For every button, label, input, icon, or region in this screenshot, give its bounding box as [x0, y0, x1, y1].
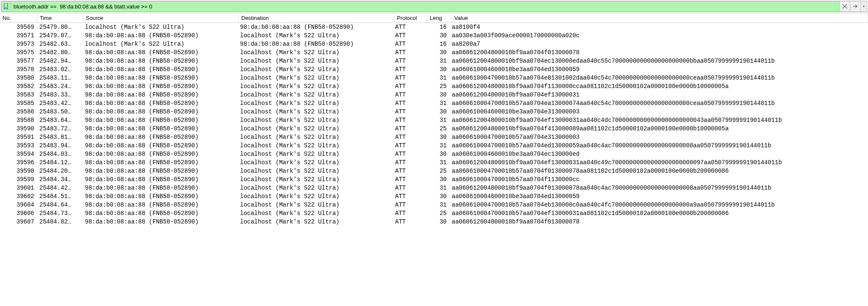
cell-destination: 98:da:b0:08:aa:88 (FNB58-052890) [237, 24, 393, 30]
cell-source: 98:da:b0:08:aa:88 (FNB58-052890) [82, 159, 237, 166]
packet-row[interactable]: 3960425484.64…98:da:b0:08:aa:88 (FNB58-0… [0, 201, 868, 209]
cell-length: 31 [425, 100, 449, 107]
packet-row[interactable]: 3958825483.64…98:da:b0:08:aa:88 (FNB58-0… [0, 116, 868, 124]
cell-value: aa060612004800010bf9aa0704f013000078 [449, 218, 868, 225]
filter-history-dropdown[interactable]: ▼ [860, 1, 867, 11]
col-header-source[interactable]: Source [83, 14, 239, 22]
packet-row[interactable]: 3958025483.11…98:da:b0:08:aa:88 (FNB58-0… [0, 74, 868, 82]
cell-value: aa060610004700010b57aa0704e313000003 [449, 134, 868, 141]
filter-apply-button[interactable] [850, 1, 860, 11]
packet-row[interactable]: 3957725482.94…98:da:b0:08:aa:88 (FNB58-0… [0, 57, 868, 65]
cell-source: 98:da:b0:08:aa:88 (FNB58-052890) [82, 201, 237, 208]
cell-no: 39602 [0, 193, 37, 200]
packet-row[interactable]: 3960625484.73…98:da:b0:08:aa:88 (FNB58-0… [0, 209, 868, 218]
packet-row[interactable]: 3956925479.80…localhost (Mark's S22 Ultr… [0, 23, 868, 31]
packet-row[interactable]: 3959325483.94…98:da:b0:08:aa:88 (FNB58-0… [0, 141, 868, 150]
cell-source: 98:da:b0:08:aa:88 (FNB58-052890) [82, 32, 237, 39]
cell-no: 39593 [0, 142, 37, 149]
packet-row[interactable]: 3960725484.82…98:da:b0:08:aa:88 (FNB58-0… [0, 218, 868, 226]
cell-length: 30 [425, 134, 449, 141]
cell-destination: localhost (Mark's S22 Ultra) [237, 100, 393, 107]
cell-source: 98:da:b0:08:aa:88 (FNB58-052890) [82, 176, 237, 183]
cell-length: 30 [425, 32, 449, 39]
cell-value: aa060610004700010b57aa0704e81301002daa04… [449, 74, 868, 81]
cell-source: localhost (Mark's S22 Ultra) [82, 41, 237, 47]
cell-destination: 98:da:b0:08:aa:88 (FNB58-052890) [237, 41, 393, 47]
packet-row[interactable]: 3959625484.12…98:da:b0:08:aa:88 (FNB58-0… [0, 158, 868, 167]
cell-source: 98:da:b0:08:aa:88 (FNB58-052890) [82, 108, 237, 115]
cell-source: 98:da:b0:08:aa:88 (FNB58-052890) [82, 58, 237, 64]
bookmark-icon [3, 3, 8, 9]
cell-protocol: ATT [393, 210, 425, 217]
cell-time: 25482.63… [37, 41, 82, 47]
packet-row[interactable]: 3958525483.42…98:da:b0:08:aa:88 (FNB58-0… [0, 99, 868, 108]
packet-row[interactable]: 3957125479.87…98:da:b0:08:aa:88 (FNB58-0… [0, 31, 868, 40]
cell-destination: localhost (Mark's S22 Ultra) [237, 117, 393, 124]
cell-no: 39580 [0, 74, 37, 81]
cell-source: 98:da:b0:08:aa:88 (FNB58-052890) [82, 218, 237, 225]
cell-no: 39585 [0, 100, 37, 107]
col-header-value[interactable]: Value [452, 14, 868, 22]
cell-value: aa060610004700010b57aa0704ef13000031aa08… [449, 210, 868, 217]
cell-source: 98:da:b0:08:aa:88 (FNB58-052890) [82, 66, 237, 73]
cell-length: 31 [425, 159, 449, 166]
packet-row[interactable]: 3960225484.51…98:da:b0:08:aa:88 (FNB58-0… [0, 192, 868, 201]
cell-destination: localhost (Mark's S22 Ultra) [237, 193, 393, 200]
col-header-length[interactable]: Leng [427, 14, 452, 22]
packet-row[interactable]: 3959025483.72…98:da:b0:08:aa:88 (FNB58-0… [0, 124, 868, 133]
cell-length: 30 [425, 193, 449, 200]
cell-value: aa060612004800010bf9aa0704ef13000031aa04… [449, 159, 868, 166]
cell-protocol: ATT [393, 66, 425, 73]
packet-row[interactable]: 3959825484.20…98:da:b0:08:aa:88 (FNB58-0… [0, 167, 868, 175]
packet-row[interactable]: 3957825483.02…98:da:b0:08:aa:88 (FNB58-0… [0, 65, 868, 74]
packet-row[interactable]: 3959925484.34…98:da:b0:08:aa:88 (FNB58-0… [0, 175, 868, 184]
display-filter-input[interactable] [11, 1, 839, 11]
cell-no: 39601 [0, 185, 37, 191]
cell-time: 25484.64… [37, 201, 82, 208]
packet-row[interactable]: 3958625483.50…98:da:b0:08:aa:88 (FNB58-0… [0, 108, 868, 116]
packet-row[interactable]: 3957525482.80…98:da:b0:08:aa:88 (FNB58-0… [0, 48, 868, 57]
packet-row[interactable]: 3960125484.42…98:da:b0:08:aa:88 (FNB58-0… [0, 184, 868, 192]
cell-destination: localhost (Mark's S22 Ultra) [237, 74, 393, 81]
cell-destination: localhost (Mark's S22 Ultra) [237, 201, 393, 208]
cell-time: 25484.03… [37, 151, 82, 157]
cell-length: 25 [425, 125, 449, 132]
cell-protocol: ATT [393, 32, 425, 39]
packet-row[interactable]: 3959425484.03…98:da:b0:08:aa:88 (FNB58-0… [0, 150, 868, 158]
cell-length: 16 [425, 41, 449, 47]
cell-no: 39599 [0, 176, 37, 183]
filter-clear-button[interactable] [839, 1, 850, 11]
col-header-destination[interactable]: Destination [239, 14, 394, 22]
packet-row[interactable]: 3957325482.63…localhost (Mark's S22 Ultr… [0, 40, 868, 48]
cell-destination: localhost (Mark's S22 Ultra) [237, 218, 393, 225]
cell-value: aa060612004800010bf9aa0704ec130000edaa04… [449, 58, 868, 64]
packet-row[interactable]: 3958325483.33…98:da:b0:08:aa:88 (FNB58-0… [0, 91, 868, 99]
cell-time: 25479.87… [37, 32, 82, 39]
packet-row[interactable]: 3959125483.81…98:da:b0:08:aa:88 (FNB58-0… [0, 133, 868, 141]
cell-time: 25484.73… [37, 210, 82, 217]
cell-protocol: ATT [393, 41, 425, 47]
col-header-no[interactable]: No. [0, 14, 37, 22]
cell-time: 25483.24… [37, 83, 82, 90]
cell-source: 98:da:b0:08:aa:88 (FNB58-052890) [82, 168, 237, 174]
cell-source: 98:da:b0:08:aa:88 (FNB58-052890) [82, 117, 237, 124]
cell-time: 25483.11… [37, 74, 82, 81]
cell-value: aa060612004800010bf9aa0704f1130000ccaa08… [449, 83, 868, 90]
cell-value: aa060610004600010be3aa0704ec130000ed [449, 151, 868, 157]
cell-destination: localhost (Mark's S22 Ultra) [237, 125, 393, 132]
filter-bookmark-button[interactable] [1, 1, 11, 11]
cell-time: 25482.80… [37, 49, 82, 56]
arrow-right-icon [853, 4, 858, 9]
cell-no: 39590 [0, 125, 37, 132]
cell-value: aa060610004700010b57aa0704f1130000cc [449, 176, 868, 183]
cell-destination: localhost (Mark's S22 Ultra) [237, 32, 393, 39]
cell-time: 25483.72… [37, 125, 82, 132]
packet-row[interactable]: 3958225483.24…98:da:b0:08:aa:88 (FNB58-0… [0, 82, 868, 91]
col-header-time[interactable]: Time [37, 14, 83, 22]
cell-protocol: ATT [393, 193, 425, 200]
cell-destination: localhost (Mark's S22 Ultra) [237, 66, 393, 73]
cell-source: localhost (Mark's S22 Ultra) [82, 24, 237, 30]
col-header-protocol[interactable]: Protocol [394, 14, 427, 22]
cell-destination: localhost (Mark's S22 Ultra) [237, 142, 393, 149]
packet-list-body[interactable]: 3956925479.80…localhost (Mark's S22 Ultr… [0, 23, 868, 226]
